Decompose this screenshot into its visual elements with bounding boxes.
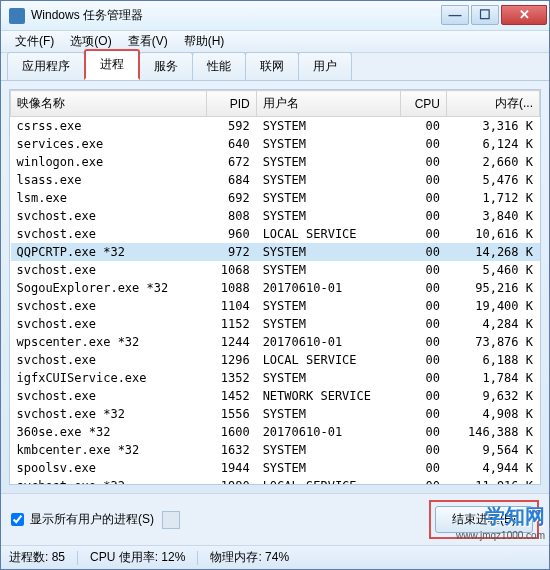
table-row[interactable]: svchost.exe1296LOCAL SERVICE006,188 K [11,351,540,369]
table-row[interactable]: svchost.exe *321980LOCAL SERVICE0011,916… [11,477,540,484]
maximize-button[interactable]: ☐ [471,5,499,25]
cell-name: kmbcenter.exe *32 [11,441,207,459]
minimize-button[interactable]: — [441,5,469,25]
cell-name: csrss.exe [11,117,207,136]
cell-mem: 95,216 K [446,279,539,297]
cell-cpu: 00 [401,477,447,484]
cell-mem: 2,660 K [446,153,539,171]
cell-name: svchost.exe [11,225,207,243]
cell-pid: 1352 [206,369,256,387]
cell-cpu: 00 [401,207,447,225]
table-row[interactable]: igfxCUIService.exe1352SYSTEM001,784 K [11,369,540,387]
cell-pid: 592 [206,117,256,136]
cell-user: SYSTEM [256,153,401,171]
col-header-mem[interactable]: 内存(... [446,91,539,117]
table-row[interactable]: wpscenter.exe *32124420170610-010073,876… [11,333,540,351]
titlebar[interactable]: Windows 任务管理器 — ☐ ✕ [1,1,549,31]
statusbar: 进程数: 85 CPU 使用率: 12% 物理内存: 74% [1,545,549,569]
table-row[interactable]: svchost.exe960LOCAL SERVICE0010,616 K [11,225,540,243]
cell-pid: 1556 [206,405,256,423]
table-row[interactable]: spoolsv.exe1944SYSTEM004,944 K [11,459,540,477]
cell-user: 20170610-01 [256,279,401,297]
show-all-users-label[interactable]: 显示所有用户的进程(S) [30,511,154,528]
cell-name: 360se.exe *32 [11,423,207,441]
tabbar: 应用程序进程服务性能联网用户 [1,53,549,81]
cell-name: svchost.exe [11,297,207,315]
refresh-icon [162,511,180,529]
cell-user: SYSTEM [256,207,401,225]
cell-cpu: 00 [401,315,447,333]
table-row[interactable]: 360se.exe *32160020170610-0100146,388 K [11,423,540,441]
table-row[interactable]: svchost.exe1452NETWORK SERVICE009,632 K [11,387,540,405]
tab-3[interactable]: 性能 [192,52,246,80]
col-header-pid[interactable]: PID [206,91,256,117]
cell-mem: 4,944 K [446,459,539,477]
col-header-user[interactable]: 用户名 [256,91,401,117]
table-row[interactable]: svchost.exe808SYSTEM003,840 K [11,207,540,225]
cell-name: svchost.exe [11,261,207,279]
cell-pid: 1104 [206,297,256,315]
tab-4[interactable]: 联网 [245,52,299,80]
cell-name: igfxCUIService.exe [11,369,207,387]
status-cpu: CPU 使用率: 12% [90,549,185,566]
table-row[interactable]: svchost.exe1104SYSTEM0019,400 K [11,297,540,315]
cell-user: SYSTEM [256,459,401,477]
cell-user: SYSTEM [256,441,401,459]
cell-mem: 1,712 K [446,189,539,207]
cell-user: SYSTEM [256,117,401,136]
table-row[interactable]: lsass.exe684SYSTEM005,476 K [11,171,540,189]
table-row[interactable]: svchost.exe *321556SYSTEM004,908 K [11,405,540,423]
cell-name: svchost.exe [11,351,207,369]
cell-user: SYSTEM [256,405,401,423]
cell-name: spoolsv.exe [11,459,207,477]
cell-cpu: 00 [401,441,447,459]
status-memory: 物理内存: 74% [210,549,289,566]
col-header-cpu[interactable]: CPU [401,91,447,117]
table-row[interactable]: csrss.exe592SYSTEM003,316 K [11,117,540,136]
tab-2[interactable]: 服务 [139,52,193,80]
table-row[interactable]: services.exe640SYSTEM006,124 K [11,135,540,153]
cell-name: winlogon.exe [11,153,207,171]
cell-cpu: 00 [401,459,447,477]
cell-mem: 11,916 K [446,477,539,484]
cell-pid: 1296 [206,351,256,369]
table-row[interactable]: QQPCRTP.exe *32972SYSTEM0014,268 K [11,243,540,261]
cell-cpu: 00 [401,153,447,171]
tab-1[interactable]: 进程 [84,49,140,80]
cell-user: SYSTEM [256,135,401,153]
cell-user: SYSTEM [256,369,401,387]
table-row[interactable]: winlogon.exe672SYSTEM002,660 K [11,153,540,171]
menu-help[interactable]: 帮助(H) [176,31,233,52]
cell-pid: 1600 [206,423,256,441]
table-row[interactable]: svchost.exe1152SYSTEM004,284 K [11,315,540,333]
tab-0[interactable]: 应用程序 [7,52,85,80]
cell-mem: 6,124 K [446,135,539,153]
cell-mem: 4,908 K [446,405,539,423]
cell-pid: 1944 [206,459,256,477]
menu-file[interactable]: 文件(F) [7,31,62,52]
cell-mem: 5,476 K [446,171,539,189]
divider-icon [77,551,78,565]
table-row[interactable]: kmbcenter.exe *321632SYSTEM009,564 K [11,441,540,459]
col-header-name[interactable]: 映像名称 [11,91,207,117]
cell-pid: 972 [206,243,256,261]
window-title: Windows 任务管理器 [31,7,439,24]
cell-pid: 1632 [206,441,256,459]
cell-name: svchost.exe *32 [11,477,207,484]
tab-5[interactable]: 用户 [298,52,352,80]
end-process-button[interactable]: 结束进程(E) [435,506,533,533]
table-body: csrss.exe592SYSTEM003,316 Kservices.exe6… [11,117,540,485]
menubar: 文件(F) 选项(O) 查看(V) 帮助(H) [1,31,549,53]
cell-user: 20170610-01 [256,423,401,441]
table-row[interactable]: SogouExplorer.exe *32108820170610-010095… [11,279,540,297]
table-row[interactable]: svchost.exe1068SYSTEM005,460 K [11,261,540,279]
table-row[interactable]: lsm.exe692SYSTEM001,712 K [11,189,540,207]
process-table-container[interactable]: 映像名称PID用户名CPU内存(... csrss.exe592SYSTEM00… [10,90,540,484]
cell-mem: 10,616 K [446,225,539,243]
show-all-users-checkbox[interactable] [11,513,24,526]
cell-name: svchost.exe [11,387,207,405]
cell-pid: 692 [206,189,256,207]
cell-cpu: 00 [401,297,447,315]
close-button[interactable]: ✕ [501,5,547,25]
show-all-users-row: 显示所有用户的进程(S) [11,511,429,529]
